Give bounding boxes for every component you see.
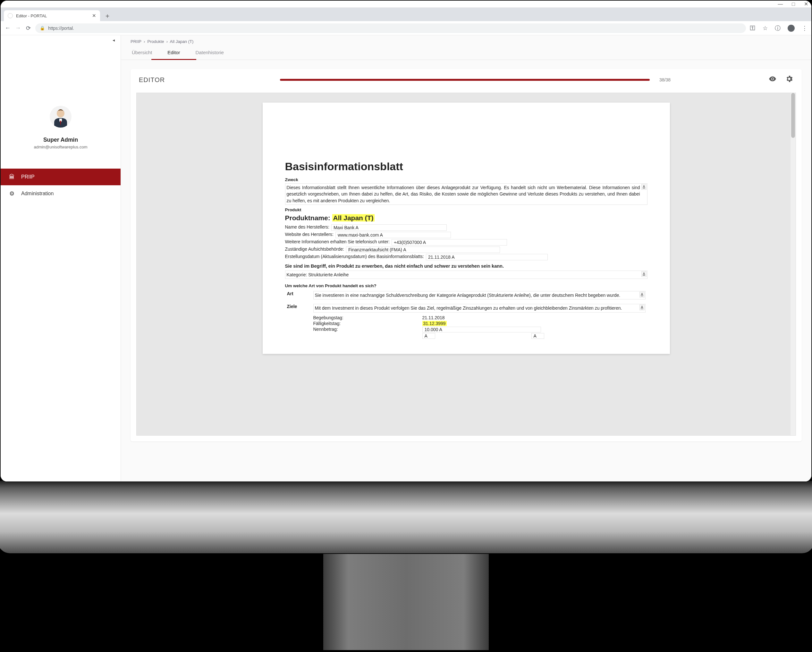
back-icon[interactable]: ← xyxy=(5,25,11,31)
label-faelligkeitstag: Fälligkeitstag: xyxy=(313,321,422,326)
field-zweck[interactable]: Dieses Informationsblatt stellt Ihnen we… xyxy=(285,183,647,205)
browser-tab-strip: Editor - PORTAL ✕ ＋ xyxy=(1,8,811,21)
sidebar-item-label: PRIIP xyxy=(21,174,35,180)
info-icon[interactable]: ⓘ xyxy=(775,24,781,32)
field-art[interactable]: Sie investieren in eine nachrangige Schu… xyxy=(313,291,646,299)
os-window-controls: — □ ✕ xyxy=(1,1,811,8)
annotation-icon[interactable]: A xyxy=(423,240,426,245)
sidebar-item-administration[interactable]: ⚙ Administration xyxy=(1,185,121,202)
os-minimize-icon[interactable]: — xyxy=(778,2,783,7)
annotation-icon[interactable]: A xyxy=(640,305,644,310)
editor-canvas: Basisinformationsblatt Zweck Dieses Info… xyxy=(136,93,796,436)
browser-toolbar: ← → ⟳ 🔒 https://portal. ⚿ ☆ ⓘ ⋮ xyxy=(1,21,811,35)
annotation-icon[interactable]: A xyxy=(403,247,406,252)
settings-gear-icon[interactable] xyxy=(785,75,794,85)
breadcrumb-produkte[interactable]: Produkte xyxy=(148,39,164,44)
row-aufsicht: Zuständige Aufsichtsbehörde: Finanzmarkt… xyxy=(285,247,647,253)
value-begebungstag: 21.11.2018 xyxy=(422,315,487,320)
app-root: ◂ Super Admin admin@unis xyxy=(1,35,811,481)
forward-icon[interactable]: → xyxy=(15,25,21,31)
annotation-icon[interactable]: A xyxy=(380,232,383,238)
document-page[interactable]: Basisinformationsblatt Zweck Dieses Info… xyxy=(263,102,670,354)
visibility-icon[interactable] xyxy=(768,75,777,85)
browser-profile-icon[interactable] xyxy=(788,25,795,32)
field-ziele[interactable]: Mit dem Investment in dieses Produkt ver… xyxy=(313,304,646,312)
sidebar-collapse-button[interactable]: ◂ xyxy=(1,35,121,45)
browser-tab-active[interactable]: Editor - PORTAL ✕ xyxy=(4,10,100,21)
field-erstelldatum[interactable]: 21.11.2018 A xyxy=(426,254,548,260)
produktname-value[interactable]: All Japan (T) xyxy=(332,214,375,221)
avatar xyxy=(50,106,72,128)
address-bar[interactable]: 🔒 https://portal. xyxy=(35,23,746,33)
tab-overview[interactable]: Übersicht xyxy=(131,45,153,59)
key-icon[interactable]: ⚿ xyxy=(750,25,756,31)
field-website[interactable]: www.maxi-bank.com A xyxy=(336,232,451,238)
content-tabs: Übersicht Editor Datenhistorie xyxy=(121,45,811,60)
row-erstelldatum: Erstellungsdatum (Aktualisierungsdatum) … xyxy=(285,254,647,260)
field-unknown-2[interactable]: A xyxy=(531,333,544,339)
annotation-icon[interactable]: A xyxy=(439,327,442,332)
tab-close-icon[interactable]: ✕ xyxy=(92,13,96,18)
progress-wrap: 38/38 xyxy=(280,77,679,82)
progress-bar xyxy=(280,79,650,81)
field-unknown-1[interactable]: A xyxy=(422,333,435,339)
annotation-icon[interactable]: A xyxy=(641,271,646,277)
gear-icon: ⚙ xyxy=(8,190,15,197)
field-aufsicht[interactable]: Finanzmarktaufsicht (FMA) A xyxy=(346,247,500,253)
label-begebungstag: Begebungstag: xyxy=(313,315,422,320)
annotation-icon[interactable]: A xyxy=(452,254,455,260)
progress-label: 38/38 xyxy=(659,77,679,82)
field-kategorie[interactable]: Kategorie: Strukturierte Anleihe A xyxy=(285,271,647,279)
profile-name: Super Admin xyxy=(43,137,78,143)
profile-block: Super Admin admin@unisoftwareplus.com xyxy=(1,45,121,159)
browser-menu-icon[interactable]: ⋮ xyxy=(802,25,807,32)
annotation-icon[interactable]: A xyxy=(355,225,358,230)
annotation-icon[interactable]: A xyxy=(640,292,644,297)
annotation-icon[interactable]: A xyxy=(424,334,427,338)
lock-icon: 🔒 xyxy=(40,26,45,30)
monitor-bezel xyxy=(0,480,812,554)
ziele-details: Begebungstag: 21.11.2018 Fälligkeitstag:… xyxy=(313,315,646,339)
panel-header: EDITOR 38/38 xyxy=(131,69,802,91)
profile-email: admin@unisoftwareplus.com xyxy=(34,145,87,149)
annotation-icon[interactable]: A xyxy=(534,334,537,338)
breadcrumb-priip[interactable]: PRIIP xyxy=(131,39,142,44)
label-nennbetrag: Nennbetrag: xyxy=(313,327,422,332)
sidebar-item-label: Administration xyxy=(21,191,53,197)
bank-icon: 🏛 xyxy=(8,174,15,180)
row-hersteller: Name des Herstellers: Maxi Bank A xyxy=(285,224,647,231)
vertical-scrollbar[interactable] xyxy=(791,93,796,435)
annotation-icon[interactable]: A xyxy=(641,184,646,190)
value-faelligkeitstag: 31.12.3999 xyxy=(422,321,487,326)
sidebar: ◂ Super Admin admin@unis xyxy=(1,35,121,481)
new-tab-button[interactable]: ＋ xyxy=(102,11,112,20)
breadcrumb: PRIIP › Produkte › All Japan (T) xyxy=(121,35,811,45)
section-art-heading: Um welche Art von Produkt handelt es sic… xyxy=(285,283,647,288)
scrollbar-thumb[interactable] xyxy=(791,93,795,138)
tab-title: Editor - PORTAL xyxy=(16,14,89,18)
label-unknown xyxy=(313,333,422,339)
sidebar-nav: 🏛 PRIIP ⚙ Administration xyxy=(1,169,121,202)
tab-editor[interactable]: Editor xyxy=(166,45,181,59)
breadcrumb-current[interactable]: All Japan (T) xyxy=(170,39,194,44)
row-telefon: Weitere Informationen erhalten Sie telef… xyxy=(285,239,647,245)
label-art: Art xyxy=(286,290,311,302)
doc-title: Basisinformationsblatt xyxy=(285,160,647,173)
label-ziele: Ziele xyxy=(286,303,311,340)
main-column: PRIIP › Produkte › All Japan (T) Übersic… xyxy=(121,35,811,481)
field-hersteller[interactable]: Maxi Bank A xyxy=(331,224,447,231)
os-maximize-icon[interactable]: □ xyxy=(792,2,795,7)
tab-history[interactable]: Datenhistorie xyxy=(194,45,225,59)
section-zweck-heading: Zweck xyxy=(285,177,647,182)
field-telefon[interactable]: +43(0)507000 A xyxy=(392,239,507,245)
art-ziele-table: Art Sie investieren in eine nachrangige … xyxy=(285,289,647,341)
progress-fill xyxy=(280,79,650,81)
panel-title: EDITOR xyxy=(139,76,280,84)
produktname-row: Produktname: All Japan (T) xyxy=(285,214,647,222)
sidebar-item-priip[interactable]: 🏛 PRIIP xyxy=(1,169,121,185)
field-nennbetrag[interactable]: 10.000 A xyxy=(422,327,541,332)
warning-line: Sie sind im Begriff, ein Produkt zu erwe… xyxy=(285,264,647,269)
reload-icon[interactable]: ⟳ xyxy=(25,25,31,32)
os-close-icon[interactable]: ✕ xyxy=(804,2,808,7)
bookmark-star-icon[interactable]: ☆ xyxy=(763,25,768,32)
